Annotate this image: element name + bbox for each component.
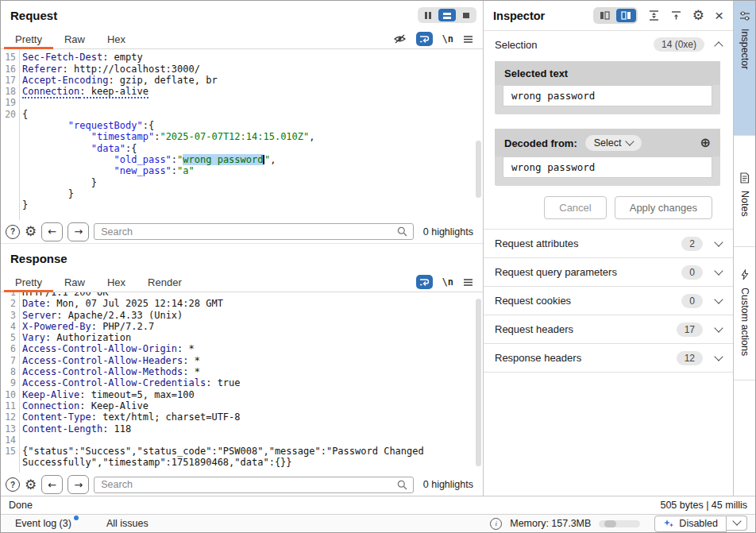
side-tab-custom-actions[interactable]: Custom actions — [734, 247, 755, 380]
sparkles-icon — [663, 518, 674, 529]
request-editor[interactable]: 1415Sec-Fetch-Dest: empty16Referer: http… — [1, 49, 483, 220]
section-count-badge: 17 — [677, 323, 703, 337]
inspector-section-row[interactable]: Request query parameters0 — [484, 258, 733, 287]
section-count-badge: 2 — [681, 237, 703, 251]
memory-label: Memory: 157.3MB — [510, 518, 591, 529]
inspector-section-row[interactable]: Request attributes2 — [484, 230, 733, 258]
response-header: Response — [1, 244, 483, 272]
code-line: 3Server: Apache/2.4.33 (Unix) — [1, 310, 483, 321]
burp-ai-button[interactable]: Disabled — [654, 516, 727, 532]
selection-badge: 14 (0xe) — [654, 37, 704, 52]
prev-match-button[interactable]: ← — [41, 222, 63, 241]
tab-request-pretty[interactable]: Pretty — [4, 29, 53, 48]
all-issues-button[interactable]: All issues — [106, 518, 148, 529]
decoded-from-label: Decoded from: — [504, 137, 577, 149]
request-scrollbar[interactable] — [476, 141, 481, 198]
next-match-button[interactable]: → — [68, 222, 89, 241]
inspector-settings-icon[interactable]: ⚙ — [692, 9, 704, 22]
request-highlight-count: 0 highlights — [418, 226, 475, 238]
code-line: Successfully","timestamp":1751890468,"da… — [1, 457, 483, 468]
code-line: "new_pass":"a" — [1, 165, 483, 176]
search-icon — [397, 480, 407, 490]
newline-icon[interactable]: \n — [442, 276, 453, 288]
chevron-up-icon[interactable] — [714, 41, 723, 50]
cancel-button[interactable]: Cancel — [544, 196, 606, 219]
next-match-button[interactable]: → — [68, 475, 89, 494]
selected-text-panel: Selected text wrong password — [495, 61, 720, 114]
response-search-input[interactable] — [94, 477, 414, 493]
info-icon[interactable]: i — [490, 518, 502, 530]
message-editor-panel: Request Pretty Raw Hex — [1, 1, 484, 496]
response-metrics: 505 bytes | 45 millis — [660, 500, 747, 511]
event-log-button[interactable]: Event log (3) — [15, 518, 71, 529]
section-label: Request attributes — [495, 238, 669, 249]
request-search-input[interactable] — [94, 223, 414, 240]
response-title: Response — [10, 252, 68, 265]
code-line: } — [1, 199, 483, 210]
inspector-section-row[interactable]: Request cookies0 — [484, 287, 733, 315]
search-settings-icon[interactable]: ⚙ — [25, 225, 37, 238]
prev-match-button[interactable]: ← — [41, 475, 63, 494]
inspector-header: Inspector ⚙ × — [484, 1, 733, 31]
code-line: 17Accept-Encoding: gzip, deflate, br — [1, 75, 483, 86]
close-icon[interactable]: × — [715, 8, 723, 23]
selection-section-header[interactable]: Selection 14 (0xe) — [484, 31, 733, 58]
layout-single-button[interactable] — [457, 9, 475, 21]
response-scrollbar[interactable] — [476, 299, 481, 466]
layout-rows-button[interactable] — [438, 9, 456, 21]
expand-all-icon[interactable] — [648, 10, 660, 21]
layout-columns-button[interactable] — [419, 9, 437, 21]
wrap-lines-icon[interactable] — [416, 32, 433, 46]
panel-expanded-button[interactable] — [616, 9, 636, 22]
code-line: 8Access-Control-Allow-Methods: * — [1, 366, 483, 377]
side-tab-inspector[interactable]: Inspector — [734, 1, 755, 136]
response-highlight-count: 0 highlights — [418, 479, 475, 490]
inspector-section-row[interactable]: Response headers12 — [484, 344, 733, 373]
response-editor-tools: \n — [416, 272, 480, 292]
selected-text-value[interactable]: wrong password — [503, 85, 712, 106]
decoded-text-value[interactable]: wrong password — [503, 156, 712, 178]
eye-hidden-icon[interactable] — [393, 33, 407, 44]
tab-request-raw[interactable]: Raw — [53, 29, 96, 48]
decoded-from-panel: Decoded from: Select ⊕ wrong password — [495, 129, 720, 186]
tab-response-pretty[interactable]: Pretty — [4, 272, 53, 292]
side-tab-label: Inspector — [739, 29, 750, 69]
help-icon[interactable]: ? — [6, 477, 20, 492]
add-decoding-icon[interactable]: ⊕ — [700, 137, 711, 149]
side-tab-label: Custom actions — [739, 288, 750, 356]
code-line: 12Content-Type: text/html; charset=UTF-8 — [1, 411, 483, 423]
tab-response-render[interactable]: Render — [137, 272, 193, 292]
help-icon[interactable]: ? — [6, 225, 20, 239]
section-count-badge: 0 — [681, 294, 703, 308]
response-editor[interactable]: 1HTTP/1.1 200 OK2Date: Mon, 07 Jul 2025 … — [1, 292, 483, 473]
response-code: 1HTTP/1.1 200 OK2Date: Mon, 07 Jul 2025 … — [1, 292, 483, 469]
inspector-section-row[interactable]: Request headers17 — [484, 315, 733, 344]
apply-changes-button[interactable]: Apply changes — [615, 196, 712, 219]
chevron-down-icon — [732, 516, 741, 525]
chevron-down-icon — [714, 238, 723, 246]
burp-ai-dropdown[interactable] — [727, 516, 747, 531]
side-tab-notes[interactable]: Notes — [734, 136, 755, 247]
decoded-from-select[interactable]: Select — [585, 135, 642, 151]
menu-icon[interactable] — [463, 35, 473, 44]
response-search-wrap — [94, 477, 414, 493]
panel-compact-button[interactable] — [595, 9, 615, 22]
code-line: } — [1, 177, 483, 188]
search-settings-icon[interactable]: ⚙ — [25, 478, 37, 492]
code-line: 16Referer: http://localhost:3000/ — [1, 64, 483, 75]
gutter-divider — [19, 49, 20, 220]
memory-gauge — [599, 520, 640, 527]
inspector-icon — [739, 10, 750, 21]
menu-icon[interactable] — [463, 278, 473, 287]
collapse-all-icon[interactable] — [670, 10, 682, 21]
inspector-title: Inspector — [493, 10, 583, 22]
wrap-lines-icon[interactable] — [416, 275, 433, 289]
tab-response-hex[interactable]: Hex — [96, 272, 137, 292]
tab-request-hex[interactable]: Hex — [96, 29, 137, 48]
code-line: 4X-Powered-By: PHP/7.2.7 — [1, 321, 483, 332]
code-line: "old_pass":"wrong password", — [1, 154, 483, 165]
tab-response-raw[interactable]: Raw — [53, 272, 96, 292]
newline-icon[interactable]: \n — [442, 33, 453, 44]
chevron-down-icon — [714, 323, 723, 332]
footer-bar: Event log (3) All issues i Memory: 157.3… — [1, 514, 755, 532]
